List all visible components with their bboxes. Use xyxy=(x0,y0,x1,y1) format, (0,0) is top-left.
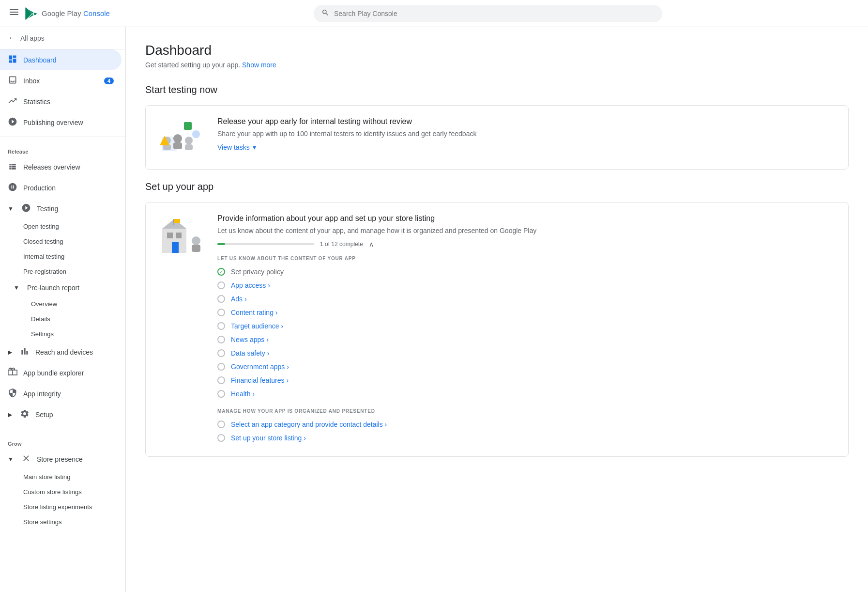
sidebar-item-closed-testing[interactable]: Closed testing xyxy=(0,234,125,249)
task-data-safety-label: Data safety › xyxy=(231,349,269,357)
task-privacy-label: Set privacy policy xyxy=(231,268,284,276)
main-layout: ← All apps Dashboard Inbox 4 Statistics xyxy=(0,27,868,592)
svg-rect-10 xyxy=(184,122,192,130)
svg-rect-18 xyxy=(173,219,174,225)
svg-rect-9 xyxy=(185,144,193,150)
grow-section-label: Grow xyxy=(0,433,125,449)
testing-card-desc: Share your app with up to 100 internal t… xyxy=(217,130,837,138)
app-bundle-label: App bundle explorer xyxy=(23,369,84,377)
setup-label: Setup xyxy=(35,411,53,419)
testing-label: Testing xyxy=(37,205,58,213)
sidebar-item-internal-testing[interactable]: Internal testing xyxy=(0,249,125,264)
sidebar-item-setup[interactable]: ▶ Setup xyxy=(0,404,122,425)
pre-launch-expand-icon: ▼ xyxy=(14,284,19,291)
task-circle-icon xyxy=(217,390,225,398)
task-financial-features-label: Financial features › xyxy=(231,376,289,384)
show-more-link[interactable]: Show more xyxy=(242,61,276,69)
sidebar-item-custom-store[interactable]: Custom store listings xyxy=(0,484,125,499)
testing-icon xyxy=(21,203,31,214)
setup-title: Set up your app xyxy=(145,181,849,192)
inbox-icon xyxy=(8,75,17,86)
sidebar-item-details[interactable]: Details xyxy=(0,312,125,327)
task-financial-features[interactable]: Financial features › xyxy=(217,374,837,387)
task-target-audience[interactable]: Target audience › xyxy=(217,319,837,333)
svg-rect-2 xyxy=(10,14,18,15)
task-app-access[interactable]: App access › xyxy=(217,279,837,292)
progress-bar xyxy=(217,243,314,245)
sidebar-item-dashboard[interactable]: Dashboard xyxy=(0,49,122,70)
production-icon xyxy=(8,182,17,193)
release-section-label: Release xyxy=(0,141,125,156)
sidebar-item-production[interactable]: Production xyxy=(0,177,122,198)
sidebar-item-app-bundle[interactable]: App bundle explorer xyxy=(0,362,122,383)
svg-rect-16 xyxy=(172,242,179,253)
task-government-apps-label: Government apps › xyxy=(231,363,289,371)
svg-rect-7 xyxy=(173,142,182,149)
task-news-apps-label: News apps › xyxy=(231,336,269,343)
sidebar-item-store-presence[interactable]: ▼ Store presence xyxy=(0,449,122,469)
task-content-rating[interactable]: Content rating › xyxy=(217,306,837,319)
tasks-section-label-2: MANAGE HOW YOUR APP IS ORGANIZED AND PRE… xyxy=(217,408,837,414)
sidebar-item-overview[interactable]: Overview xyxy=(0,296,125,312)
sidebar-item-releases-overview[interactable]: Releases overview xyxy=(0,156,122,177)
task-store-listing[interactable]: Set up your store listing › xyxy=(217,431,837,445)
sidebar-item-pre-registration[interactable]: Pre-registration xyxy=(0,264,125,279)
task-health[interactable]: Health › xyxy=(217,387,837,401)
inbox-badge: 4 xyxy=(104,78,114,84)
svg-rect-0 xyxy=(10,9,18,10)
task-circle-icon xyxy=(217,421,225,428)
task-news-apps[interactable]: News apps › xyxy=(217,333,837,346)
sidebar-item-statistics[interactable]: Statistics xyxy=(0,91,122,112)
sidebar-item-publishing-overview[interactable]: Publishing overview xyxy=(0,112,122,133)
store-experiments-label: Store listing experiments xyxy=(23,503,92,511)
task-app-category[interactable]: Select an app category and provide conta… xyxy=(217,418,837,431)
svg-rect-19 xyxy=(174,219,180,223)
custom-store-label: Custom store listings xyxy=(23,488,82,496)
sidebar-item-inbox[interactable]: Inbox 4 xyxy=(0,70,122,91)
hamburger-menu[interactable] xyxy=(8,6,20,21)
sidebar-item-settings[interactable]: Settings xyxy=(0,327,125,342)
sidebar-item-pre-launch[interactable]: ▼ Pre-launch report xyxy=(0,279,122,296)
open-testing-label: Open testing xyxy=(23,223,59,230)
overview-label: Overview xyxy=(31,300,57,308)
sidebar-dashboard-label: Dashboard xyxy=(23,56,57,64)
all-apps-label: All apps xyxy=(20,34,45,42)
sidebar-item-store-experiments[interactable]: Store listing experiments xyxy=(0,499,125,514)
sidebar-item-app-integrity[interactable]: App integrity xyxy=(0,383,122,404)
task-circle-icon xyxy=(217,322,225,330)
settings-label: Settings xyxy=(31,330,54,338)
task-store-listing-label: Set up your store listing › xyxy=(231,434,306,442)
svg-point-8 xyxy=(185,137,193,144)
closed-testing-label: Closed testing xyxy=(23,238,63,245)
sidebar-item-reach-devices[interactable]: ▶ Reach and devices xyxy=(0,342,122,362)
task-government-apps[interactable]: Government apps › xyxy=(217,360,837,374)
collapse-icon[interactable]: ∧ xyxy=(369,240,374,248)
task-circle-icon xyxy=(217,363,225,371)
all-apps-button[interactable]: ← All apps xyxy=(0,27,125,49)
task-target-audience-label: Target audience › xyxy=(231,322,283,330)
sidebar-item-store-settings[interactable]: Store settings xyxy=(0,514,125,530)
task-health-label: Health › xyxy=(231,390,255,398)
sidebar-item-open-testing[interactable]: Open testing xyxy=(0,219,125,234)
task-circle-icon xyxy=(217,376,225,384)
progress-fill xyxy=(217,243,225,245)
search-input[interactable] xyxy=(334,10,655,17)
sidebar-item-main-store[interactable]: Main store listing xyxy=(0,469,125,484)
releases-icon xyxy=(8,161,17,172)
store-icon xyxy=(21,453,31,465)
task-set-privacy-policy[interactable]: ✓ Set privacy policy xyxy=(217,265,837,279)
sidebar-item-testing[interactable]: ▼ Testing xyxy=(0,198,122,219)
progress-section: 1 of 12 complete ∧ xyxy=(217,240,837,248)
task-ads[interactable]: Ads › xyxy=(217,292,837,306)
google-play-logo xyxy=(24,7,38,20)
task-circle-icon xyxy=(217,434,225,442)
app-integrity-label: App integrity xyxy=(23,390,61,398)
task-app-access-label: App access › xyxy=(231,281,270,289)
view-tasks-button[interactable]: View tasks ▾ xyxy=(217,143,256,151)
store-settings-label: Store settings xyxy=(23,518,62,526)
setup-icon xyxy=(20,409,30,420)
search-bar[interactable] xyxy=(314,5,662,22)
pre-launch-label: Pre-launch report xyxy=(27,284,79,292)
task-data-safety[interactable]: Data safety › xyxy=(217,346,837,360)
publishing-icon xyxy=(8,117,17,128)
